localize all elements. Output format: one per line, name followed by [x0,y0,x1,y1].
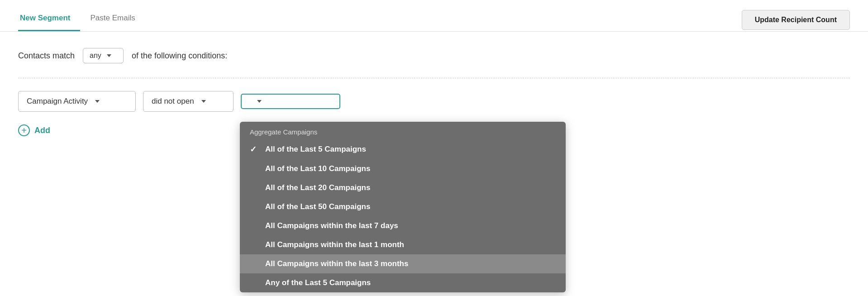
dropdown-item-label-0: All of the Last 5 Campaigns [265,145,366,154]
operator-dropdown[interactable]: did not open [143,91,234,112]
dropdown-item-3[interactable]: All of the Last 50 Campaigns [240,197,566,216]
tabs: New Segment Paste Emails [18,8,153,31]
content: Contacts match any of the following cond… [0,32,868,150]
dropdown-item-label-4: All Campaigns within the last 7 days [265,221,398,230]
dropdown-item-7[interactable]: Any of the Last 5 Campaigns [240,273,566,292]
tab-paste-emails[interactable]: Paste Emails [88,8,145,31]
contacts-match-row: Contacts match any of the following cond… [18,48,850,63]
chevron-down-icon [257,100,262,103]
campaign-activity-label: Campaign Activity [27,97,88,106]
campaign-activity-dropdown[interactable]: Campaign Activity [18,91,136,112]
contacts-match-label: Contacts match [18,51,75,61]
dropdown-item-1[interactable]: All of the Last 10 Campaigns [240,159,566,178]
section-divider [18,78,850,78]
dropdown-group-label: Aggregate Campaigns [240,122,566,139]
dropdown-item-label-6: All Campaigns within the last 3 months [265,259,408,268]
check-icon: ✓ [250,144,259,154]
add-circle-icon: + [18,124,30,136]
dropdown-item-label-7: Any of the Last 5 Campaigns [265,278,371,287]
aggregate-campaigns-dropdown[interactable]: Aggregate Campaigns ✓ All of the Last 5 … [240,122,566,292]
conditions-row: Campaign Activity did not open Aggregate… [18,91,850,112]
conditions-suffix-label: of the following conditions: [132,51,227,61]
tab-new-segment[interactable]: New Segment [18,8,80,31]
any-dropdown[interactable]: any [83,48,124,63]
update-recipient-count-button[interactable]: Update Recipient Count [742,10,850,30]
dropdown-item-2[interactable]: All of the Last 20 Campaigns [240,178,566,197]
dropdown-item-0[interactable]: ✓ All of the Last 5 Campaigns [240,139,566,159]
dropdown-item-label-2: All of the Last 20 Campaigns [265,183,370,192]
any-dropdown-value: any [90,52,101,60]
operator-label: did not open [152,97,194,106]
campaign-select-dropdown[interactable] [241,94,340,109]
add-label: Add [34,126,50,135]
dropdown-item-label-3: All of the Last 50 Campaigns [265,202,370,211]
page-container: New Segment Paste Emails Update Recipien… [0,0,868,296]
header: New Segment Paste Emails Update Recipien… [0,0,868,32]
chevron-down-icon [201,100,206,103]
dropdown-item-5[interactable]: All Campaigns within the last 1 month [240,235,566,254]
dropdown-item-label-5: All Campaigns within the last 1 month [265,240,404,249]
dropdown-item-4[interactable]: All Campaigns within the last 7 days [240,216,566,235]
dropdown-item-label-1: All of the Last 10 Campaigns [265,164,370,173]
dropdown-item-6[interactable]: All Campaigns within the last 3 months [240,254,566,273]
chevron-down-icon [95,100,100,103]
chevron-down-icon [107,54,111,57]
